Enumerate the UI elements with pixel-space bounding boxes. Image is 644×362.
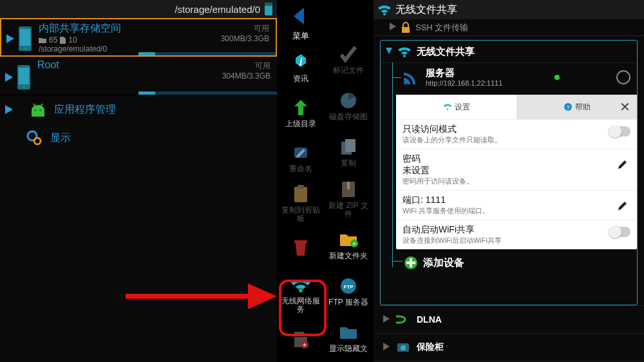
info-icon: i [290, 52, 312, 73]
android-icon [28, 100, 48, 119]
svg-rect-8 [19, 68, 29, 84]
menu-disk-chart: 磁盘存储图 [325, 82, 372, 129]
svg-point-52 [401, 345, 406, 350]
row-label: 应用程序管理 [54, 103, 116, 117]
safe-row[interactable]: 保险柜 [374, 333, 644, 361]
expand-icon[interactable] [6, 34, 15, 43]
display-row[interactable]: 显示 [0, 124, 277, 152]
svg-marker-6 [5, 73, 13, 82]
panel-title: 无线文件共享 [395, 3, 457, 17]
dlna-icon [396, 312, 410, 327]
current-path: /storage/emulated/0 [175, 4, 260, 15]
readonly-row[interactable]: 只读访问模式 该设备上的分享文件只能读取。 [396, 119, 637, 149]
wifi-share-panel: 无线文件共享 SSH 文件传输 无线文件共享 服务器 http://192.16… [374, 0, 644, 362]
expand-icon [383, 314, 390, 325]
svg-text:FTP: FTP [343, 284, 354, 290]
svg-marker-49 [383, 315, 390, 323]
svg-point-43 [446, 109, 448, 111]
menu-copy: 复制 [325, 129, 372, 175]
svg-point-16 [34, 138, 41, 144]
toggle-switch[interactable] [609, 227, 630, 237]
menu-title: 菜单 [292, 30, 309, 42]
menu-ftp-server[interactable]: FTP FTP 服务器 [325, 268, 372, 314]
clipboard-icon [290, 183, 312, 205]
dlna-row[interactable]: DLNA [374, 305, 644, 333]
menu-back-button[interactable] [277, 0, 325, 33]
svg-text:?: ? [566, 104, 569, 111]
svg-rect-1 [265, 3, 272, 6]
file-icon [60, 37, 66, 44]
lock-icon [400, 22, 412, 33]
file-manager-panel: /storage/emulated/0 内部共享存储空间 65 10 /stor… [0, 0, 277, 362]
edit-icon[interactable] [618, 157, 629, 169]
tab-settings[interactable]: 设置 [396, 95, 516, 119]
svg-point-11 [35, 110, 37, 111]
menu-up-dir[interactable]: 上级目录 [277, 90, 325, 135]
svg-rect-22 [294, 240, 307, 243]
menu-info[interactable]: i 资讯 [277, 44, 325, 90]
svg-rect-28 [345, 139, 355, 152]
svg-text:i: i [299, 57, 303, 68]
menu-show-hidden[interactable]: 显示隐藏文 [325, 314, 372, 361]
wifi-share-section: 无线文件共享 服务器 http://192.168.1.22:1111 设置 ? [380, 40, 638, 305]
svg-marker-10 [5, 105, 13, 114]
svg-point-41 [403, 55, 406, 57]
svg-text:+: + [303, 341, 307, 348]
usage-bar [138, 52, 276, 55]
svg-rect-21 [298, 185, 304, 189]
new-folder-icon: + [337, 229, 359, 251]
up-arrow-icon [290, 97, 312, 119]
help-icon: ? [564, 102, 573, 111]
ssh-label: SSH 文件传输 [415, 22, 468, 33]
svg-rect-4 [20, 29, 30, 46]
server-row[interactable]: 服务器 http://192.168.1.22:1111 [381, 63, 637, 91]
phone-icon [18, 26, 32, 52]
svg-point-9 [23, 86, 25, 88]
storage-root[interactable]: Root 可用 304MB/3.3GB [0, 57, 277, 95]
menu-copy-clipboard: 复制到剪贴板 [277, 180, 325, 225]
sdcard-icon [264, 2, 273, 16]
section-header[interactable]: 无线文件共享 [381, 41, 637, 63]
svg-line-13 [33, 104, 35, 106]
rss-icon [402, 69, 419, 86]
row-label: 显示 [50, 131, 71, 145]
svg-point-37 [383, 13, 386, 15]
svg-marker-38 [390, 23, 396, 30]
server-info: 服务器 http://192.168.1.22:1111 [426, 67, 502, 87]
status-dot [554, 75, 560, 80]
port-row[interactable]: 端口: 1111 WiFi 共享服务使用的端口。 [396, 190, 637, 220]
card-tabs: 设置 ? 帮助 ✕ [396, 95, 637, 119]
pie-icon [337, 90, 359, 111]
storage-internal[interactable]: 内部共享存储空间 65 10 /storage/emulated/0 可用 30… [0, 18, 277, 57]
menu-new-folder[interactable]: + 新建文件夹 [325, 222, 372, 268]
password-row[interactable]: 密码 未设置 密码用于访问该设备。 [396, 149, 637, 190]
radio-button[interactable] [616, 70, 630, 84]
storage-usage: 可用 304MB/3.3GB [222, 61, 270, 81]
toggle-switch[interactable] [609, 126, 630, 137]
menu-new-zip: 新建 ZIP 文件 [325, 175, 372, 222]
close-button[interactable]: ✕ [615, 97, 634, 117]
wifi-icon [397, 44, 412, 59]
svg-rect-48 [406, 262, 415, 264]
phone-icon [17, 64, 31, 90]
storage-usage: 可用 300MB/3.3GB [221, 23, 269, 43]
edit-icon[interactable] [618, 198, 629, 210]
path-bar[interactable]: /storage/emulated/0 [0, 0, 277, 18]
expand-icon[interactable] [5, 73, 14, 82]
svg-rect-39 [402, 27, 410, 33]
add-device-row[interactable]: 添加设备 [381, 249, 637, 272]
svg-line-14 [41, 104, 43, 106]
ssh-row[interactable]: SSH 文件传输 [374, 19, 644, 36]
expand-icon[interactable] [5, 105, 14, 114]
expand-icon [386, 48, 392, 55]
check-icon [337, 43, 359, 65]
section-title: 无线文件共享 [417, 46, 475, 58]
menu-delete [277, 226, 325, 271]
folder-icon [39, 37, 46, 43]
zip-icon [337, 178, 359, 200]
camera-icon [396, 340, 410, 354]
app-manager-row[interactable]: 应用程序管理 [0, 95, 277, 124]
autostart-row[interactable]: 自动启动WiFi共享 设备连接到WiFi后启动WiFi共享 [396, 220, 637, 249]
tutorial-highlight [279, 280, 327, 336]
ftp-icon: FTP [337, 275, 359, 297]
